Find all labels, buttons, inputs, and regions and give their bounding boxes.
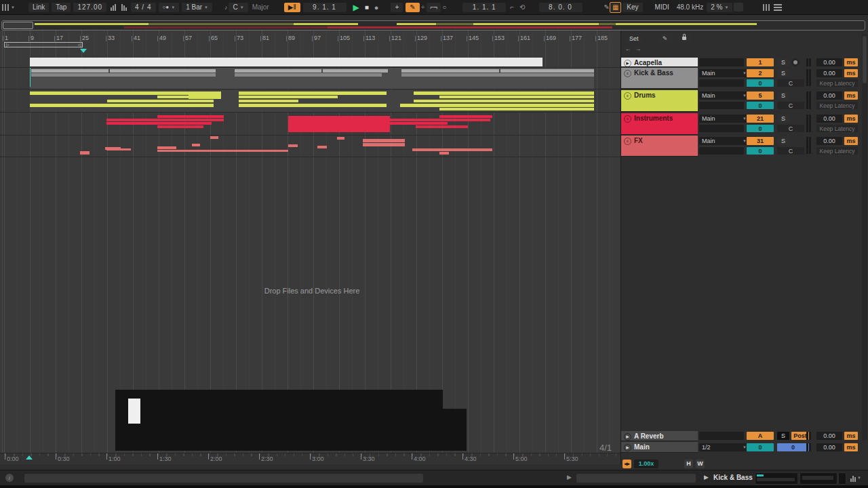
key-map-button[interactable]: Key bbox=[623, 3, 642, 12]
monitor-value[interactable]: 0 bbox=[747, 125, 774, 132]
link-button[interactable]: Link bbox=[28, 3, 49, 12]
return-track-header-a-reverb[interactable]: ▶A Reverb bbox=[621, 431, 698, 441]
context-popup[interactable] bbox=[115, 390, 443, 451]
reenable-automation-icon[interactable]: + bbox=[421, 3, 425, 11]
overview-view-selector[interactable] bbox=[3, 22, 33, 29]
solo-button[interactable]: S bbox=[777, 92, 789, 100]
clip-segment[interactable] bbox=[389, 122, 448, 125]
clip-segment[interactable] bbox=[157, 115, 224, 118]
main-track-header[interactable]: ▶Main bbox=[621, 442, 698, 453]
delay-unit-button[interactable]: ms bbox=[844, 137, 858, 145]
quantize-menu[interactable]: 1 Bar▼ bbox=[182, 3, 212, 12]
stop-button[interactable]: ■ bbox=[365, 3, 369, 11]
clip-name-field[interactable] bbox=[576, 474, 696, 483]
clip-segment[interactable] bbox=[235, 73, 382, 77]
arrangement-overview[interactable] bbox=[1, 20, 865, 30]
app-menu-icon[interactable] bbox=[2, 3, 9, 12]
track-io-box[interactable] bbox=[699, 58, 744, 66]
track-delay-field[interactable]: 0.00 bbox=[816, 92, 842, 100]
clip-segment[interactable] bbox=[30, 92, 214, 95]
app-menu-caret-icon[interactable]: ▼ bbox=[11, 5, 15, 9]
clip-segment[interactable] bbox=[239, 92, 387, 95]
clip-segment[interactable] bbox=[439, 152, 449, 155]
group-fold-icon[interactable]: ≡ bbox=[624, 115, 631, 123]
solo-button[interactable]: S bbox=[777, 69, 789, 77]
group-fold-icon[interactable]: ≡ bbox=[624, 92, 631, 100]
track-delay-field[interactable]: 0.00 bbox=[816, 58, 842, 66]
lock-button[interactable] bbox=[677, 34, 692, 43]
clip-segment[interactable] bbox=[157, 96, 214, 98]
nudge-up-icon[interactable] bbox=[121, 4, 127, 11]
back-arrow-button[interactable]: ← bbox=[624, 45, 632, 53]
play-button[interactable]: ▶ bbox=[353, 3, 359, 12]
height-zoom-button[interactable]: H bbox=[684, 460, 693, 468]
keep-latency-button[interactable]: Keep Latency bbox=[816, 147, 858, 155]
cue-button[interactable]: C bbox=[777, 147, 804, 155]
forward-arrow-button[interactable]: → bbox=[634, 45, 642, 53]
track-io-box[interactable] bbox=[699, 147, 744, 155]
track-delay-field[interactable]: 0.00 bbox=[816, 69, 842, 77]
info-icon[interactable]: i bbox=[5, 474, 14, 482]
panel-scrollbar-thumb[interactable] bbox=[863, 36, 867, 83]
track-activator-number[interactable]: 2 bbox=[747, 69, 774, 77]
computer-midi-keyboard-button[interactable]: ▦ bbox=[610, 2, 621, 13]
delay-unit-button[interactable]: ms bbox=[844, 115, 858, 123]
beat-time-ruler[interactable]: 1917253341495765738189971051131211291371… bbox=[0, 34, 620, 43]
tempo-follow-icon[interactable]: ◂▸ bbox=[623, 460, 631, 468]
clip-segment[interactable] bbox=[157, 125, 203, 128]
tap-tempo-button[interactable]: Tap bbox=[52, 3, 71, 12]
track-header-acapella[interactable]: ▶Acapella bbox=[621, 58, 698, 67]
clip-segment[interactable] bbox=[317, 146, 327, 148]
cpu-load-menu[interactable]: 2 %▼ bbox=[707, 3, 732, 12]
keep-latency-button[interactable]: Keep Latency bbox=[816, 79, 858, 87]
time-playhead-icon[interactable] bbox=[26, 455, 33, 460]
main-monitor-value[interactable]: 0 bbox=[747, 443, 774, 451]
clip-segment[interactable] bbox=[157, 146, 176, 149]
solo-button[interactable]: S bbox=[777, 58, 789, 66]
send-a-button[interactable]: A bbox=[747, 432, 774, 440]
clip-segment[interactable] bbox=[363, 139, 405, 142]
cue-button[interactable]: C bbox=[777, 125, 804, 132]
status-field[interactable] bbox=[24, 474, 423, 483]
loop-brace[interactable]: ▷ ◁ bbox=[4, 42, 83, 47]
clip-segment[interactable] bbox=[400, 104, 594, 107]
cue-button[interactable]: C bbox=[777, 79, 804, 87]
midi-map-button[interactable]: MIDI bbox=[651, 3, 673, 12]
clip-segment[interactable] bbox=[414, 100, 594, 102]
track-activator-number[interactable]: 31 bbox=[747, 137, 774, 145]
clip-segment[interactable] bbox=[239, 100, 298, 102]
clip-segment[interactable] bbox=[31, 69, 108, 73]
browser-toggle-icon[interactable] bbox=[774, 4, 782, 11]
clip-segment[interactable] bbox=[439, 108, 594, 110]
clip-segment[interactable] bbox=[439, 96, 594, 98]
clip-segment[interactable] bbox=[389, 119, 490, 121]
arrangement-position-field[interactable]: 9. 1. 1 bbox=[303, 3, 347, 12]
device-area-caret-icon[interactable]: ▼ bbox=[857, 476, 861, 480]
unfold-track-icon[interactable]: ▶ bbox=[624, 60, 631, 67]
new-button[interactable]: + bbox=[391, 3, 403, 12]
clip-view-toggle-icon[interactable]: ▶ bbox=[567, 474, 572, 481]
monitor-value[interactable]: 0 bbox=[747, 147, 774, 155]
levels-icon[interactable] bbox=[850, 475, 856, 482]
solo-button[interactable]: S bbox=[777, 115, 789, 123]
record-button[interactable]: ● bbox=[374, 3, 379, 12]
device-thumbnail[interactable] bbox=[838, 472, 846, 485]
track-io-box[interactable] bbox=[699, 102, 744, 109]
loop-selection-icon[interactable]: ⌐¬ bbox=[427, 3, 441, 12]
clip-segment[interactable] bbox=[106, 122, 212, 125]
output-routing-menu[interactable]: Main▼ bbox=[699, 92, 749, 100]
clip-segment[interactable] bbox=[110, 69, 216, 73]
clip-segment[interactable] bbox=[80, 151, 90, 155]
delay-unit-button[interactable]: ms bbox=[844, 69, 858, 77]
clip-segment[interactable] bbox=[363, 143, 405, 146]
mixer-view-icon[interactable] bbox=[763, 3, 770, 12]
loop-start-marker-icon[interactable]: ▷ bbox=[6, 43, 9, 47]
clip-segment[interactable] bbox=[500, 69, 594, 73]
clip-segment[interactable] bbox=[106, 148, 131, 150]
scale-icon[interactable]: ♪ bbox=[224, 4, 228, 11]
clip-segment[interactable] bbox=[106, 119, 224, 121]
monitor-value[interactable]: 0 bbox=[747, 102, 774, 109]
monitor-value[interactable]: 0 bbox=[747, 79, 774, 87]
return-delay-unit[interactable]: ms bbox=[844, 432, 858, 440]
track-activator-number[interactable]: 1 bbox=[747, 58, 774, 66]
